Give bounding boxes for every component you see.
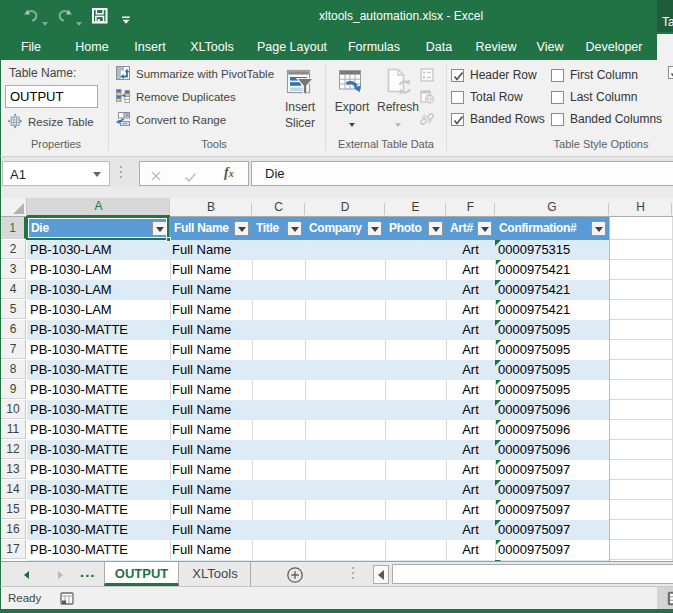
save-button[interactable]	[91, 7, 108, 28]
cell-a7[interactable]: PB-1030-MATTE	[30, 340, 170, 360]
cell-a10[interactable]: PB-1030-MATTE	[30, 400, 170, 420]
cell-g15[interactable]: 0000975097	[498, 500, 609, 520]
cell-g7[interactable]: 0000975095	[498, 340, 609, 360]
column-header-d[interactable]: D	[305, 198, 385, 216]
cell-f8[interactable]: Art	[446, 360, 495, 380]
fill-handle[interactable]	[166, 237, 171, 242]
row-header-8[interactable]: 8	[1, 360, 26, 379]
cell-a8[interactable]: PB-1030-MATTE	[30, 360, 170, 380]
remove-duplicates-button[interactable]: Remove Duplicates	[115, 85, 274, 108]
cell-b2[interactable]: Full Name	[172, 240, 252, 260]
cell-a17[interactable]: PB-1030-MATTE	[30, 540, 170, 560]
cell-g10[interactable]: 0000975096	[498, 400, 609, 420]
cell-f12[interactable]: Art	[446, 440, 495, 460]
row-header-4[interactable]: 4	[1, 280, 26, 299]
cell-f3[interactable]: Art	[446, 260, 495, 280]
table-row-6[interactable]: PB-1030-MATTEFull NameArt0000975095	[27, 320, 609, 340]
row-header-2[interactable]: 2	[1, 240, 26, 259]
cell-f15[interactable]: Art	[446, 500, 495, 520]
row-header-14[interactable]: 14	[1, 480, 26, 499]
filter-button-e[interactable]	[428, 221, 443, 236]
row-header-1[interactable]: 1	[1, 217, 26, 239]
cell-b11[interactable]: Full Name	[172, 420, 252, 440]
cell-b3[interactable]: Full Name	[172, 260, 252, 280]
table-row-15[interactable]: PB-1030-MATTEFull NameArt0000975097	[27, 500, 609, 520]
cell-f6[interactable]: Art	[446, 320, 495, 340]
checkbox-row-total-row[interactable]: Total Row	[451, 90, 523, 104]
filter-button-c[interactable]	[287, 221, 302, 236]
cell-g2[interactable]: 0000975315	[498, 240, 609, 260]
cell-b15[interactable]: Full Name	[172, 500, 252, 520]
view-shortcut-normal[interactable]	[657, 587, 673, 609]
cell-g12[interactable]: 0000975096	[498, 440, 609, 460]
ribbon-tab-developer[interactable]: Developer	[578, 32, 651, 60]
cell-a3[interactable]: PB-1030-LAM	[30, 260, 170, 280]
ribbon-tab-view[interactable]: View	[529, 32, 572, 60]
ribbon-tab-insert[interactable]: Insert	[126, 32, 173, 60]
row-header-7[interactable]: 7	[1, 340, 26, 359]
column-header-c[interactable]: C	[252, 198, 305, 216]
summarize-with-pivottable-button[interactable]: Summarize with PivotTable	[115, 62, 274, 85]
ribbon-tab-file[interactable]: File	[13, 32, 49, 60]
checkbox-filter-button[interactable]	[668, 66, 673, 79]
checkbox-row-banded-rows[interactable]: Banded Rows	[451, 112, 545, 126]
cell-f17[interactable]: Art	[446, 540, 495, 560]
checkbox-last-column[interactable]	[551, 91, 564, 104]
filter-button-f[interactable]	[477, 221, 492, 236]
table-row-16[interactable]: PB-1030-MATTEFull NameArt0000975097	[27, 520, 609, 540]
customize-qat-icon[interactable]	[121, 11, 131, 29]
cell-g14[interactable]: 0000975097	[498, 480, 609, 500]
table-row-12[interactable]: PB-1030-MATTEFull NameArt0000975096	[27, 440, 609, 460]
cell-g6[interactable]: 0000975095	[498, 320, 609, 340]
formula-input[interactable]: Die	[251, 161, 673, 186]
cell-a13[interactable]: PB-1030-MATTE	[30, 460, 170, 480]
checkbox-row-first-column[interactable]: First Column	[551, 68, 638, 82]
filter-button-b[interactable]	[234, 221, 249, 236]
select-all-corner[interactable]	[1, 198, 27, 216]
checkbox-banded-rows[interactable]	[451, 113, 464, 126]
cell-b7[interactable]: Full Name	[172, 340, 252, 360]
cell-g17[interactable]: 0000975097	[498, 540, 609, 560]
cell-g16[interactable]: 0000975097	[498, 520, 609, 540]
ribbon-tab-design-active[interactable]	[657, 34, 673, 60]
checkbox-total-row[interactable]	[451, 91, 464, 104]
cell-a6[interactable]: PB-1030-MATTE	[30, 320, 170, 340]
cell-b6[interactable]: Full Name	[172, 320, 252, 340]
row-header-15[interactable]: 15	[1, 500, 26, 519]
name-box-dropdown-icon[interactable]	[93, 172, 101, 177]
cell-b16[interactable]: Full Name	[172, 520, 252, 540]
cancel-icon[interactable]	[150, 168, 162, 186]
column-header-b[interactable]: B	[170, 198, 252, 216]
cell-b5[interactable]: Full Name	[172, 300, 252, 320]
cell-f4[interactable]: Art	[446, 280, 495, 300]
undo-dropdown-icon[interactable]	[42, 12, 48, 30]
checkbox-header-row[interactable]	[451, 69, 464, 82]
checkbox-first-column[interactable]	[551, 69, 564, 82]
cell-a5[interactable]: PB-1030-LAM	[30, 300, 170, 320]
cell-f5[interactable]: Art	[446, 300, 495, 320]
cell-b14[interactable]: Full Name	[172, 480, 252, 500]
sheet-tab-xltools[interactable]: XLTools	[180, 562, 251, 586]
table-row-5[interactable]: PB-1030-LAMFull NameArt0000975421	[27, 300, 609, 320]
undo-button[interactable]	[23, 7, 39, 27]
cell-b12[interactable]: Full Name	[172, 440, 252, 460]
checkbox-row-last-column[interactable]: Last Column	[551, 90, 637, 104]
row-header-17[interactable]: 17	[1, 540, 26, 559]
macro-record-icon[interactable]	[60, 591, 74, 609]
enter-icon[interactable]	[184, 169, 197, 187]
sheet-nav-left-icon[interactable]	[24, 571, 29, 579]
ribbon-tab-review[interactable]: Review	[468, 32, 525, 60]
cell-a4[interactable]: PB-1030-LAM	[30, 280, 170, 300]
row-header-3[interactable]: 3	[1, 260, 26, 279]
ribbon-tab-formulas[interactable]: Formulas	[340, 32, 408, 60]
cell-g13[interactable]: 0000975097	[498, 460, 609, 480]
cell-f2[interactable]: Art	[446, 240, 495, 260]
table-row-9[interactable]: PB-1030-MATTEFull NameArt0000975095	[27, 380, 609, 400]
open-in-browser-icon[interactable]	[420, 90, 434, 108]
cell-g11[interactable]: 0000975096	[498, 420, 609, 440]
cell-g8[interactable]: 0000975095	[498, 360, 609, 380]
hscroll-thumb[interactable]	[392, 564, 673, 584]
resize-table-button[interactable]: Resize Table	[7, 113, 94, 131]
cell-f14[interactable]: Art	[446, 480, 495, 500]
cell-a11[interactable]: PB-1030-MATTE	[30, 420, 170, 440]
